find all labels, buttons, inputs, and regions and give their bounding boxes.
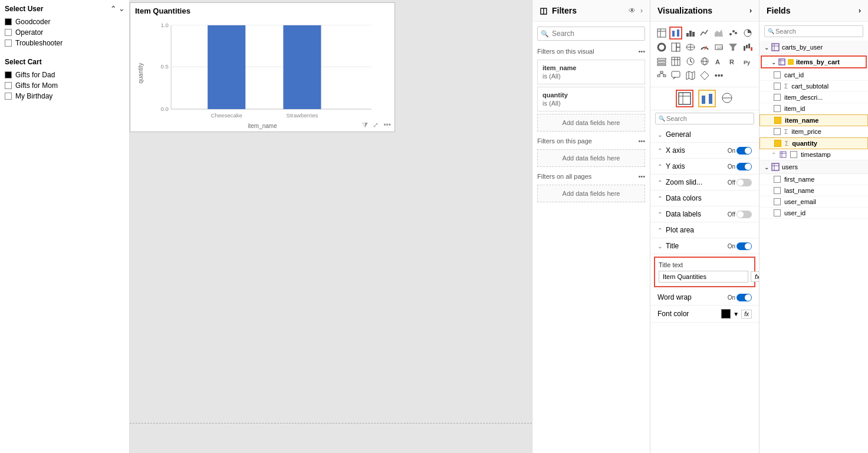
- field-checkbox-quantity[interactable]: [774, 140, 781, 147]
- cart-checkbox-my-birthday[interactable]: [5, 93, 12, 100]
- field-first-name[interactable]: first_name: [760, 174, 868, 185]
- viz-prop-font-color[interactable]: Font color ▼ fx: [650, 306, 759, 323]
- x-axis-toggle[interactable]: On: [728, 147, 752, 155]
- cart-item-gifts-dad[interactable]: Gifts for Dad: [5, 70, 124, 80]
- field-group-carts-by-user-header[interactable]: ⌄ carts_by_user: [760, 41, 868, 54]
- field-user-email[interactable]: user_email: [760, 196, 868, 208]
- field-group-users-header[interactable]: ⌄ users: [760, 160, 868, 174]
- user-item-goodcoder[interactable]: Goodcoder: [5, 17, 124, 27]
- chevron-down-icon[interactable]: ⌄: [119, 5, 124, 13]
- viz-icon-gauge[interactable]: [698, 41, 711, 54]
- field-checkbox-cart-id[interactable]: [774, 71, 781, 78]
- field-last-name[interactable]: last_name: [760, 185, 868, 196]
- viz-icon-clock[interactable]: [684, 55, 697, 68]
- field-checkbox-item-descri[interactable]: [774, 94, 781, 101]
- viz-icon-r[interactable]: R: [726, 55, 739, 68]
- filter-icon[interactable]: ⧩: [362, 121, 368, 129]
- viz-icon-map2[interactable]: [684, 69, 697, 82]
- field-checkbox-user-id[interactable]: [774, 209, 781, 216]
- user-item-operator[interactable]: Operator: [5, 27, 124, 38]
- viz-icon-line-chart[interactable]: [698, 27, 711, 40]
- viz-icon-python[interactable]: Py: [741, 55, 754, 68]
- field-item-price[interactable]: Σ item_price: [760, 126, 868, 137]
- viz-icon-treemap[interactable]: [669, 41, 682, 54]
- field-cart-id[interactable]: cart_id: [760, 70, 868, 81]
- user-checkbox-operator[interactable]: [5, 29, 12, 36]
- viz-icon-speech[interactable]: [669, 69, 682, 82]
- field-quantity[interactable]: Σ quantity: [760, 137, 868, 149]
- field-checkbox-item-price[interactable]: [774, 128, 781, 135]
- viz-icon-funnel[interactable]: [726, 41, 739, 54]
- viz-icon-slicer[interactable]: [655, 55, 668, 68]
- viz-icon-globe[interactable]: [698, 55, 711, 68]
- viz-icon-bar-chart[interactable]: [669, 27, 682, 40]
- user-item-troubleshooter[interactable]: Troubleshooter: [5, 38, 124, 48]
- eye-icon[interactable]: 👁: [629, 6, 636, 15]
- cart-item-gifts-mom[interactable]: Gifts for Mom: [5, 80, 124, 91]
- viz-icon-column-chart[interactable]: [684, 27, 697, 40]
- add-data-fields-page[interactable]: Add data fields here: [537, 149, 645, 167]
- focus-icon[interactable]: ⤢: [373, 121, 379, 129]
- viz-icon-map[interactable]: [684, 41, 697, 54]
- expand-viz-icon[interactable]: ›: [749, 6, 752, 15]
- filter-card-item-name[interactable]: item_name is (All): [537, 60, 645, 84]
- viz-prop-word-wrap[interactable]: Word wrap On: [650, 290, 759, 306]
- field-checkbox-item-name[interactable]: [774, 117, 781, 124]
- viz-search-input[interactable]: [655, 113, 754, 124]
- field-checkbox-first-name[interactable]: [774, 176, 781, 183]
- viz-icon-area-chart[interactable]: [712, 27, 725, 40]
- viz-prop-zoom-slider[interactable]: ⌃ Zoom slid... Off: [650, 175, 759, 191]
- viz-prop-y-axis[interactable]: ⌃ Y axis On: [650, 159, 759, 175]
- add-data-fields-visual[interactable]: Add data fields here: [537, 114, 645, 132]
- color-dropdown-icon[interactable]: ▼: [733, 311, 739, 317]
- viz-prop-data-colors[interactable]: ⌃ Data colors: [650, 191, 759, 206]
- fields-search-input[interactable]: [764, 25, 863, 37]
- user-checkbox-troubleshooter[interactable]: [5, 40, 12, 47]
- field-checkbox-cart-subtotal[interactable]: [774, 83, 781, 90]
- viz-icon-shape[interactable]: [698, 69, 711, 82]
- viz-prop-x-axis[interactable]: ⌃ X axis On: [650, 143, 759, 159]
- cart-checkbox-gifts-mom[interactable]: [5, 82, 12, 89]
- cart-item-my-birthday[interactable]: My Birthday: [5, 91, 124, 101]
- add-data-fields-all[interactable]: Add data fields here: [537, 185, 645, 202]
- items-by-cart-header[interactable]: ⌄ items_by_cart: [761, 55, 867, 68]
- filters-on-visual-more[interactable]: •••: [638, 48, 645, 55]
- field-item-name[interactable]: item_name: [760, 114, 868, 126]
- y-axis-toggle[interactable]: On: [728, 163, 752, 170]
- field-timestamp[interactable]: ⌃ timestamp: [760, 149, 868, 160]
- viz-prop-data-labels[interactable]: ⌃ Data labels Off: [650, 206, 759, 222]
- field-checkbox-user-email[interactable]: [774, 198, 781, 205]
- viz-icon-pie[interactable]: [741, 27, 754, 40]
- title-text-fx-button[interactable]: fx: [751, 271, 759, 282]
- filters-on-all-pages-more[interactable]: •••: [638, 173, 645, 180]
- filters-search-input[interactable]: [537, 27, 645, 41]
- user-checkbox-goodcoder[interactable]: [5, 18, 12, 25]
- viz-icon-decomp[interactable]: [655, 69, 668, 82]
- expand-filters-icon[interactable]: ›: [640, 6, 643, 15]
- viz-highlighted-bar-icon[interactable]: [698, 90, 716, 107]
- viz-icon-card[interactable]: 123: [712, 41, 725, 54]
- viz-icon-text[interactable]: A: [712, 55, 725, 68]
- font-color-fx-button[interactable]: fx: [741, 310, 752, 319]
- field-user-id[interactable]: user_id: [760, 208, 868, 219]
- title-toggle[interactable]: On: [728, 242, 752, 250]
- viz-icon-more[interactable]: •••: [712, 69, 725, 82]
- viz-icon-donut[interactable]: [655, 41, 668, 54]
- viz-icon-matrix[interactable]: [669, 55, 682, 68]
- filters-on-page-more[interactable]: •••: [638, 137, 645, 145]
- viz-highlighted-table-icon[interactable]: [676, 90, 693, 107]
- chevron-up-icon[interactable]: ⌃: [110, 5, 116, 13]
- font-color-swatch[interactable]: [721, 309, 731, 319]
- cart-checkbox-gifts-dad[interactable]: [5, 71, 12, 78]
- field-item-descri[interactable]: item_descri...: [760, 92, 868, 103]
- viz-icon-extra1[interactable]: [721, 91, 734, 106]
- data-labels-toggle[interactable]: Off: [728, 211, 752, 218]
- zoom-toggle[interactable]: Off: [728, 179, 752, 186]
- expand-fields-icon[interactable]: ›: [859, 6, 861, 15]
- viz-prop-plot-area[interactable]: ⌃ Plot area: [650, 222, 759, 238]
- word-wrap-toggle[interactable]: On: [728, 294, 752, 301]
- field-checkbox-last-name[interactable]: [774, 187, 781, 194]
- viz-icon-table[interactable]: [655, 27, 668, 40]
- field-item-id[interactable]: item_id: [760, 103, 868, 114]
- field-cart-subtotal[interactable]: Σ cart_subtotal: [760, 81, 868, 92]
